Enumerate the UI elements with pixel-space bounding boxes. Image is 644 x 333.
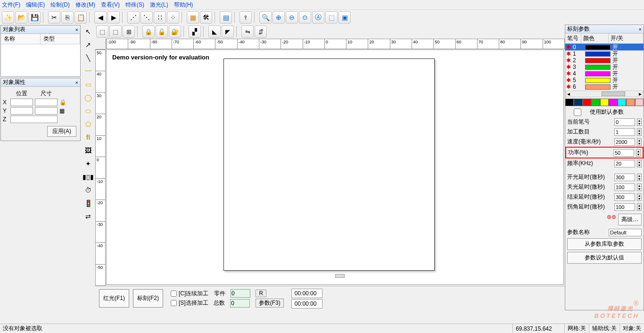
swatch[interactable] xyxy=(574,99,582,106)
pen-row[interactable]: ✱2开 xyxy=(565,57,644,64)
params-button[interactable]: 参数(F3) xyxy=(256,299,284,308)
mirror-v-icon[interactable]: ⇵ xyxy=(255,25,267,38)
ellipse-icon[interactable]: ⬭ xyxy=(82,105,94,117)
new-icon[interactable]: ✨ xyxy=(2,11,14,24)
lock-icon[interactable]: 🔒 xyxy=(142,25,155,38)
menu-draw[interactable]: 绘制(D) xyxy=(50,1,70,9)
y-size-input[interactable] xyxy=(35,107,58,115)
use-default-checkbox[interactable] xyxy=(567,108,588,116)
menu-file[interactable]: 文件(F) xyxy=(2,1,20,9)
swatch[interactable] xyxy=(626,99,635,106)
param-input[interactable] xyxy=(614,160,635,167)
sel-lasso-icon[interactable]: ⬚ xyxy=(109,25,122,38)
group-lock-icon[interactable]: 🔐 xyxy=(169,25,181,38)
fill1-icon[interactable]: ◣ xyxy=(208,25,221,38)
swatch[interactable] xyxy=(600,99,609,106)
pen-row[interactable]: ✱1开 xyxy=(565,50,644,57)
pen-scrollbar[interactable]: ◂▸ xyxy=(566,91,643,97)
swatch[interactable] xyxy=(618,99,626,106)
zoom-out-icon[interactable]: ⊖ xyxy=(286,11,298,24)
col-pen[interactable]: 笔号 xyxy=(565,33,581,43)
pen-row[interactable]: ✱6开 xyxy=(565,83,644,90)
close-icon[interactable]: × xyxy=(639,26,642,32)
parts-input[interactable] xyxy=(231,289,250,298)
list-icon[interactable]: ▤ xyxy=(220,11,232,24)
color-swatches[interactable] xyxy=(565,99,644,106)
param-name-input[interactable] xyxy=(609,229,642,236)
rect-icon[interactable]: ▭ xyxy=(82,78,94,91)
spinner[interactable]: ▴▾ xyxy=(637,174,642,181)
menu-laser[interactable]: 激光(L) xyxy=(150,1,168,9)
menu-help[interactable]: 帮助(H) xyxy=(174,1,193,9)
advanced-button[interactable]: 高级… xyxy=(618,214,642,225)
vector-icon[interactable]: ✦ xyxy=(82,158,94,170)
paste-icon[interactable]: 📋 xyxy=(74,11,87,24)
light-icon[interactable]: 🚦 xyxy=(82,197,94,209)
dots4-icon[interactable]: ⁘ xyxy=(167,11,179,24)
circle-icon[interactable]: ◯ xyxy=(82,92,94,104)
dots2-icon[interactable]: ⋱ xyxy=(140,11,153,24)
node-icon[interactable]: ↗ xyxy=(82,39,94,51)
param-input[interactable] xyxy=(614,174,635,181)
grid-icon[interactable]: ⊞ xyxy=(123,25,135,38)
cut-icon[interactable]: ✂ xyxy=(48,11,60,24)
pen-row[interactable]: ✱0开 xyxy=(565,44,644,50)
dots1-icon[interactable]: ⋰ xyxy=(127,11,140,24)
x-pos-input[interactable] xyxy=(10,99,33,106)
spinner[interactable]: ▴▾ xyxy=(637,193,642,201)
canvas[interactable]: Demo version-only for evaluation xyxy=(106,50,564,285)
pen-row[interactable]: ✱4开 xyxy=(565,70,644,77)
zoom-sel-icon[interactable]: ⬚ xyxy=(325,11,338,24)
swatch[interactable] xyxy=(565,99,574,106)
image-icon[interactable]: 🖼 xyxy=(82,144,94,157)
total-input[interactable] xyxy=(230,299,250,308)
param-input[interactable] xyxy=(614,183,635,191)
param-input[interactable] xyxy=(614,203,635,211)
fill2-icon[interactable]: ◤ xyxy=(222,25,234,38)
pen-row[interactable]: ✱3开 xyxy=(565,64,644,70)
red-light-button[interactable]: 红光(F1) xyxy=(99,289,129,308)
tools-icon[interactable]: 🛠 xyxy=(200,11,212,24)
scroll-handle[interactable] xyxy=(335,274,345,278)
menu-edit[interactable]: 编辑(E) xyxy=(26,1,45,9)
select-checkbox[interactable] xyxy=(171,300,177,306)
param-input[interactable] xyxy=(614,128,635,136)
line-icon[interactable]: ╲ xyxy=(82,52,94,64)
pen-list[interactable]: ✱0开✱1开✱2开✱3开✱4开✱5开✱6开 xyxy=(565,44,644,90)
redo-icon[interactable]: ▶ xyxy=(107,11,120,24)
load-lib-button[interactable]: 从参数库取参数 xyxy=(567,238,642,250)
close-icon[interactable]: × xyxy=(75,80,78,85)
zoom-icon[interactable]: 🔍 xyxy=(259,11,272,24)
param-input[interactable] xyxy=(614,138,635,146)
param-input[interactable] xyxy=(614,118,635,126)
col-type[interactable]: 类型 xyxy=(41,34,80,44)
hatch-icon[interactable]: ▦ xyxy=(187,11,199,24)
spinner[interactable]: ▴▾ xyxy=(637,203,642,211)
curve-icon[interactable]: 〰 xyxy=(82,65,94,77)
r-button[interactable]: R xyxy=(256,290,266,297)
zoom-page-icon[interactable]: ▣ xyxy=(339,11,351,24)
mirror-h-icon[interactable]: ⇋ xyxy=(241,25,254,38)
apply-button[interactable]: 应用(A) xyxy=(47,126,76,137)
text-icon[interactable]: fI xyxy=(82,131,94,143)
x-size-input[interactable] xyxy=(35,99,58,106)
zoom-all-icon[interactable]: Ⓐ xyxy=(312,11,324,24)
save-default-button[interactable]: 参数设为默认值 xyxy=(567,252,642,264)
rings-icon[interactable]: ⊚⊚ xyxy=(607,214,616,225)
spinner[interactable]: ▴▾ xyxy=(637,128,642,136)
pointer-icon[interactable]: ↖ xyxy=(82,25,94,38)
zoom-fit-icon[interactable]: ⊙ xyxy=(299,11,311,24)
copy-icon[interactable]: ⎘ xyxy=(61,11,74,24)
y-pos-input[interactable] xyxy=(10,107,33,115)
col-name[interactable]: 名称 xyxy=(1,34,41,44)
menu-special[interactable]: 特殊(S) xyxy=(125,1,144,9)
mark-button[interactable]: 标刻(F2) xyxy=(133,289,163,308)
pen-row[interactable]: ✱5开 xyxy=(565,77,644,83)
spinner[interactable]: ▴▾ xyxy=(637,183,642,191)
col-color[interactable]: 颜色 xyxy=(581,33,609,43)
col-onoff[interactable]: 开/关 xyxy=(609,33,644,43)
param-input[interactable] xyxy=(613,149,634,157)
object-list-body[interactable] xyxy=(1,44,80,76)
spinner[interactable]: ▴▾ xyxy=(637,138,642,146)
unlock-icon[interactable]: 🔓 xyxy=(156,25,168,38)
